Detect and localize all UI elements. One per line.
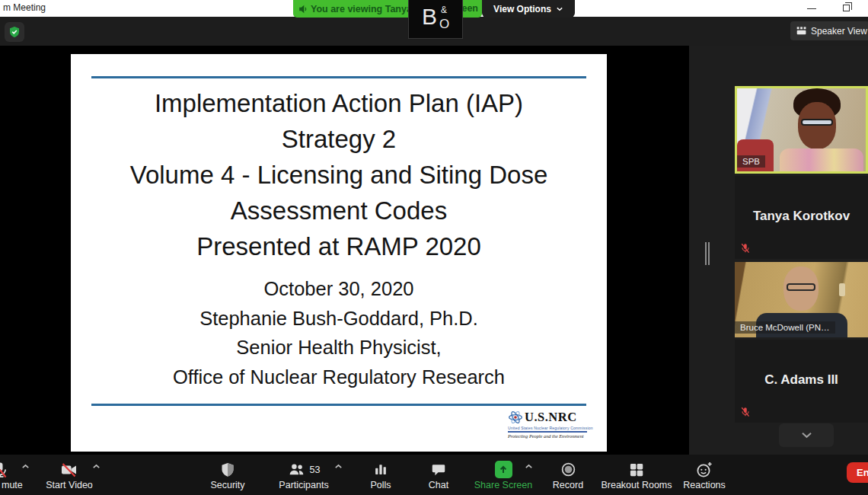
- slide-subtitle-line: Senior Health Physicist,: [71, 333, 607, 362]
- chevron-up-icon[interactable]: [21, 464, 30, 469]
- muted-mic-icon: [740, 407, 751, 417]
- participant-name-label: SPB: [737, 155, 765, 168]
- share-screen-button[interactable]: Share Screen: [465, 455, 541, 495]
- presentation-slide: Implementation Action Plan (IAP) Strateg…: [71, 54, 607, 452]
- reactions-icon: [695, 461, 713, 479]
- end-meeting-label: En: [857, 467, 868, 478]
- chevron-up-icon[interactable]: [525, 464, 533, 469]
- slide-subtitle-line: Stephanie Bush-Goddard, Ph.D.: [71, 304, 607, 334]
- shared-screen-area: Implementation Action Plan (IAP) Strateg…: [0, 46, 689, 455]
- participants-icon: [288, 461, 305, 478]
- share-screen-label: Share Screen: [474, 480, 532, 490]
- record-button[interactable]: Record: [536, 455, 600, 495]
- bo-overlay-logo: B & O: [409, 0, 462, 38]
- participants-button[interactable]: 53 Participants: [266, 455, 342, 495]
- chat-button[interactable]: Chat: [404, 455, 473, 495]
- record-label: Record: [553, 480, 583, 490]
- bo-letter-b: B: [422, 4, 437, 30]
- window-title: m Meeting: [3, 2, 46, 13]
- viewing-banner-text-tail: een: [461, 3, 478, 14]
- meeting-toolbar: mute Start Video Securit: [0, 455, 868, 495]
- reactions-label: Reactions: [683, 480, 726, 490]
- participants-sidebar: SPB Tanya Korotkov Bruce McDowell (PN… C…: [689, 46, 868, 455]
- breakout-rooms-label: Breakout Rooms: [601, 480, 672, 490]
- start-video-button[interactable]: Start Video: [31, 455, 107, 495]
- camera-off-icon: [60, 461, 78, 479]
- participants-count: 53: [310, 465, 321, 475]
- participant-name-label: Bruce McDowell (PN…: [735, 321, 835, 334]
- mic-muted-icon: [0, 461, 9, 479]
- slide-title-line: Assessment Codes: [71, 193, 607, 228]
- end-meeting-button[interactable]: En: [847, 462, 868, 483]
- slide-title-line: Volume 4 - Licensing and Siting Dose: [71, 157, 607, 193]
- breakout-rooms-icon: [628, 461, 645, 478]
- security-button[interactable]: Security: [192, 455, 263, 495]
- nrc-atom-icon: [508, 410, 523, 425]
- slide-title: Implementation Action Plan (IAP) Strateg…: [71, 85, 607, 264]
- viewing-banner-text: You are viewing Tanya K: [311, 4, 421, 14]
- chat-icon: [430, 461, 447, 478]
- nrc-tagline: Protecting People and the Environment: [508, 433, 587, 439]
- share-screen-icon: [495, 461, 512, 478]
- nrc-divider: [508, 431, 587, 433]
- participant-name: Tanya Korotkov: [735, 209, 868, 224]
- slide-bottom-rule: [91, 404, 586, 406]
- participant-name: C. Adams III: [735, 372, 868, 388]
- muted-mic-icon: [740, 243, 751, 254]
- polls-label: Polls: [370, 480, 391, 490]
- security-label: Security: [210, 480, 244, 490]
- chevron-up-icon[interactable]: [92, 464, 101, 469]
- panel-resize-handle[interactable]: [705, 242, 710, 265]
- zoom-meeting-window: m Meeting You are viewing Tanya K een Vi…: [0, 0, 868, 495]
- shield-check-icon: [8, 26, 21, 38]
- slide-subtitle: October 30, 2020 Stephanie Bush-Goddard,…: [71, 274, 607, 391]
- participants-label: Participants: [279, 480, 328, 490]
- start-video-label: Start Video: [46, 480, 93, 490]
- polls-icon: [372, 461, 389, 478]
- nrc-wordmark: U.S.NRC: [525, 410, 577, 425]
- slide-title-line: Strategy 2: [71, 121, 607, 157]
- mute-label: mute: [2, 480, 23, 490]
- slide-top-rule: [91, 76, 586, 78]
- nrc-caption: United States Nuclear Regulatory Commiss…: [508, 426, 587, 430]
- restore-icon[interactable]: [843, 5, 850, 11]
- name-tile[interactable]: Tanya Korotkov: [735, 176, 868, 259]
- speaker-icon: [298, 4, 308, 14]
- minimize-icon[interactable]: [807, 8, 816, 9]
- reactions-button[interactable]: Reactions: [666, 455, 742, 495]
- record-icon: [560, 461, 577, 478]
- bo-letter-o: O: [439, 17, 449, 32]
- speaker-view-label: Speaker View: [811, 26, 867, 37]
- video-tile-active-speaker[interactable]: SPB: [735, 86, 868, 174]
- slide-title-line: Presented at RAMP 2020: [71, 228, 607, 264]
- security-shield-icon: [219, 461, 236, 478]
- video-tile[interactable]: Bruce McDowell (PN…: [735, 262, 868, 337]
- chevron-down-icon: [556, 7, 563, 11]
- view-options-label: View Options: [493, 4, 551, 14]
- slide-subtitle-line: Office of Nuclear Regulatory Research: [71, 362, 607, 392]
- chevron-down-icon: [801, 432, 812, 439]
- view-options-button[interactable]: View Options: [482, 0, 575, 18]
- chat-label: Chat: [429, 480, 448, 490]
- slide-subtitle-line: October 30, 2020: [71, 274, 607, 304]
- slide-title-line: Implementation Action Plan (IAP): [71, 85, 607, 121]
- speaker-view-button[interactable]: Speaker View: [790, 21, 868, 40]
- name-tile[interactable]: C. Adams III: [735, 340, 868, 423]
- collapse-thumbnails-button[interactable]: [779, 423, 834, 447]
- bo-ampersand: &: [441, 5, 447, 15]
- speaker-view-icon: [796, 25, 807, 37]
- nrc-logo: U.S.NRC United States Nuclear Regulatory…: [508, 410, 587, 439]
- security-shield-button[interactable]: [5, 22, 24, 42]
- chevron-up-icon[interactable]: [334, 464, 343, 469]
